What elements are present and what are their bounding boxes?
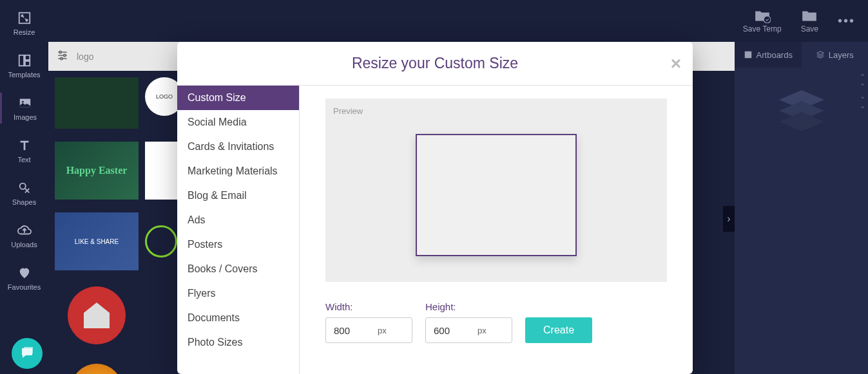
height-label: Height: xyxy=(425,301,512,312)
toolbar-label: Save xyxy=(801,24,818,33)
sidebar-label: Text xyxy=(17,156,30,164)
width-input[interactable] xyxy=(326,325,378,336)
width-unit: px xyxy=(378,326,393,335)
preview-box xyxy=(416,134,577,256)
category-social-media[interactable]: Social Media xyxy=(177,110,299,135)
sidebar-item-favourites[interactable]: Favourites xyxy=(0,263,48,294)
toolbar-label: Save Temp xyxy=(743,24,782,33)
width-field: Width: px xyxy=(325,301,412,343)
layer-bottom-icon[interactable]: ⌄ xyxy=(860,102,865,110)
layers-icon xyxy=(816,50,825,59)
sidebar-item-shapes[interactable]: Shapes xyxy=(0,178,48,209)
modal-body: Custom Size Social Media Cards & Invitat… xyxy=(177,86,693,374)
preview-label: Preview xyxy=(333,106,659,116)
sidebar-item-text[interactable]: Text xyxy=(0,135,48,166)
uploads-icon xyxy=(17,223,32,238)
tab-artboards[interactable]: Artboards xyxy=(735,42,802,68)
sidebar-label: Templates xyxy=(8,71,40,79)
sidebar-label: Images xyxy=(14,113,37,121)
size-controls: Width: px Height: px Create xyxy=(325,301,667,343)
shapes-icon xyxy=(17,180,32,196)
tab-label: Layers xyxy=(829,50,854,60)
images-icon xyxy=(17,95,33,111)
sidebar-item-templates[interactable]: Templates xyxy=(0,50,48,81)
sidebar-label: Shapes xyxy=(12,198,36,206)
category-blog-email[interactable]: Blog & Email xyxy=(177,183,299,208)
layers-stack-icon xyxy=(773,87,831,132)
tab-label: Artboards xyxy=(757,50,793,60)
svg-point-7 xyxy=(764,16,771,23)
chat-icon xyxy=(19,346,35,361)
layer-down-icon[interactable]: ⌄ xyxy=(860,92,865,100)
preview-area: Preview xyxy=(325,98,667,282)
category-photo-sizes[interactable]: Photo Sizes xyxy=(177,330,299,355)
sidebar-item-resize[interactable]: Resize xyxy=(0,8,48,39)
sidebar-item-images[interactable]: Images xyxy=(0,93,48,124)
svg-point-8 xyxy=(59,51,61,53)
close-icon[interactable]: × xyxy=(671,53,681,74)
template-thumb[interactable]: LIKE & SHARE xyxy=(55,212,139,270)
right-panel: Artboards Layers ⌃ ⌃ ⌄ ⌄ xyxy=(735,42,868,374)
category-custom-size[interactable]: Custom Size xyxy=(177,86,299,110)
layer-up-icon[interactable]: ⌃ xyxy=(860,82,865,91)
svg-rect-3 xyxy=(24,61,29,66)
height-input[interactable] xyxy=(426,325,477,336)
sidebar-item-uploads[interactable]: Uploads xyxy=(0,220,48,251)
svg-point-10 xyxy=(61,57,63,59)
svg-point-9 xyxy=(64,54,66,56)
layer-top-icon[interactable]: ⌃ xyxy=(860,73,865,81)
category-ads[interactable]: Ads xyxy=(177,208,299,232)
height-field: Height: px xyxy=(425,301,512,343)
height-unit: px xyxy=(477,326,493,335)
layers-empty xyxy=(735,68,868,151)
save-temp-button[interactable]: Save Temp xyxy=(743,9,782,33)
save-button[interactable]: Save xyxy=(801,9,818,33)
category-documents[interactable]: Documents xyxy=(177,306,299,330)
svg-rect-11 xyxy=(744,51,751,59)
height-input-wrap: px xyxy=(425,317,512,343)
more-menu-button[interactable]: ••• xyxy=(838,14,855,28)
heart-icon xyxy=(17,265,32,281)
sidebar-label: Favourites xyxy=(8,283,41,291)
modal-content: Preview Width: px Height: px xyxy=(300,86,693,374)
svg-rect-0 xyxy=(19,13,30,24)
templates-icon xyxy=(17,53,32,68)
folder-check-icon xyxy=(754,9,771,23)
size-category-list[interactable]: Custom Size Social Media Cards & Invitat… xyxy=(177,86,300,374)
tab-layers[interactable]: Layers xyxy=(802,42,869,68)
category-marketing[interactable]: Marketing Materials xyxy=(177,159,299,183)
layer-arrows: ⌃ ⌃ ⌄ ⌄ xyxy=(860,73,865,110)
category-cards[interactable]: Cards & Invitations xyxy=(177,135,299,159)
svg-rect-1 xyxy=(19,55,23,66)
artboards-icon xyxy=(744,50,753,59)
category-books[interactable]: Books / Covers xyxy=(177,257,299,281)
svg-point-6 xyxy=(19,183,25,189)
top-toolbar: Save Temp Save ••• xyxy=(48,0,868,42)
svg-rect-2 xyxy=(24,55,29,60)
chat-button[interactable] xyxy=(12,338,43,369)
text-icon xyxy=(17,138,32,153)
modal-header: Resize your Custom Size × xyxy=(177,42,693,86)
sidebar-label: Resize xyxy=(14,28,35,36)
sidebar-label: Uploads xyxy=(11,241,37,248)
filter-icon[interactable] xyxy=(56,49,69,64)
create-button[interactable]: Create xyxy=(525,317,592,343)
resize-icon xyxy=(17,10,32,26)
template-thumb[interactable] xyxy=(55,77,139,129)
modal-title: Resize your Custom Size xyxy=(352,55,518,72)
panel-tabs: Artboards Layers xyxy=(735,42,868,68)
template-thumb[interactable] xyxy=(55,360,139,374)
folder-icon xyxy=(801,9,818,23)
svg-point-5 xyxy=(22,101,24,103)
template-thumb[interactable]: Happy Easter xyxy=(55,142,139,200)
width-label: Width: xyxy=(325,301,412,312)
resize-modal: Resize your Custom Size × Custom Size So… xyxy=(177,42,693,374)
left-sidebar: Resize Templates Images Text Shapes Uplo… xyxy=(0,0,48,374)
template-thumb[interactable] xyxy=(55,283,139,348)
category-flyers[interactable]: Flyers xyxy=(177,281,299,306)
template-thumb[interactable] xyxy=(145,142,177,200)
category-posters[interactable]: Posters xyxy=(177,232,299,257)
width-input-wrap: px xyxy=(325,317,412,343)
panel-collapse-button[interactable]: › xyxy=(723,206,735,232)
